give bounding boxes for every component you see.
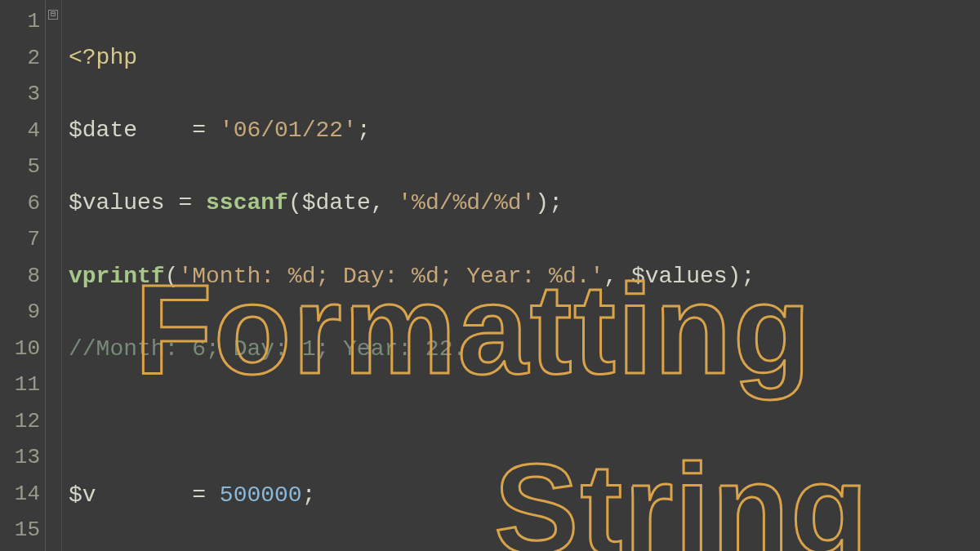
whitespace [137, 118, 178, 143]
code-line: $date = '06/01/22'; [69, 113, 980, 149]
paren-open: ( [288, 190, 302, 216]
line-number: 3 [0, 76, 40, 113]
line-number: 5 [0, 149, 40, 185]
variable: $values [69, 190, 165, 216]
line-number: 7 [0, 221, 40, 258]
line-number: 1 [0, 3, 40, 40]
variable: $v [69, 482, 96, 508]
line-number: 10 [0, 331, 40, 367]
line-number: 11 [0, 367, 40, 403]
line-number-gutter: 1 2 3 4 5 6 7 8 9 10 11 12 13 14 15 [0, 0, 46, 551]
variable: $date [69, 118, 137, 143]
line-number: 9 [0, 294, 40, 331]
line-number: 6 [0, 185, 40, 222]
code-line: vprintf('Month: %d; Day: %d; Year: %d.',… [69, 259, 980, 295]
code-line [69, 404, 980, 441]
code-line: <?php [69, 40, 980, 77]
semicolon: ; [741, 264, 755, 289]
comma: , [371, 190, 399, 216]
fold-column: ⊟ [46, 0, 62, 551]
string-literal: '%d/%d/%d' [398, 190, 535, 216]
operator: = [178, 118, 219, 143]
paren-close: ) [535, 190, 549, 216]
semicolon: ; [549, 190, 563, 216]
whitespace [96, 482, 179, 508]
line-number: 4 [0, 113, 40, 149]
function-call: vprintf [69, 264, 165, 289]
line-number: 12 [0, 403, 40, 440]
code-line: $v = 500000; [69, 478, 980, 514]
php-open-tag: <?php [69, 45, 137, 70]
comment: //Month: 6; Day: 1; Year: 22. [69, 336, 466, 362]
line-number: 2 [0, 40, 40, 77]
string-literal: '06/01/22' [220, 118, 357, 143]
paren-close: ) [728, 264, 742, 289]
operator: = [165, 190, 206, 216]
string-literal: 'Month: %d; Day: %d; Year: %d.' [178, 264, 604, 289]
variable: $date [302, 190, 371, 216]
operator: = [178, 482, 219, 508]
code-editor[interactable]: 1 2 3 4 5 6 7 8 9 10 11 12 13 14 15 ⊟ <?… [0, 0, 980, 551]
paren-open: ( [165, 264, 179, 289]
semicolon: ; [357, 118, 371, 143]
code-line: $values = sscanf($date, '%d/%d/%d'); [69, 185, 980, 222]
fold-collapse-icon[interactable]: ⊟ [48, 10, 58, 20]
number-literal: 500000 [220, 482, 302, 508]
line-number: 8 [0, 258, 40, 295]
function-call: sscanf [206, 190, 288, 216]
variable: $values [631, 264, 728, 289]
code-area[interactable]: <?php $date = '06/01/22'; $values = ssca… [62, 0, 980, 551]
code-line: //Month: 6; Day: 1; Year: 22. [69, 331, 980, 368]
comma: , [604, 264, 631, 289]
line-number: 14 [0, 476, 40, 513]
semicolon: ; [302, 482, 316, 508]
line-number: 13 [0, 439, 40, 476]
line-number: 15 [0, 512, 40, 549]
